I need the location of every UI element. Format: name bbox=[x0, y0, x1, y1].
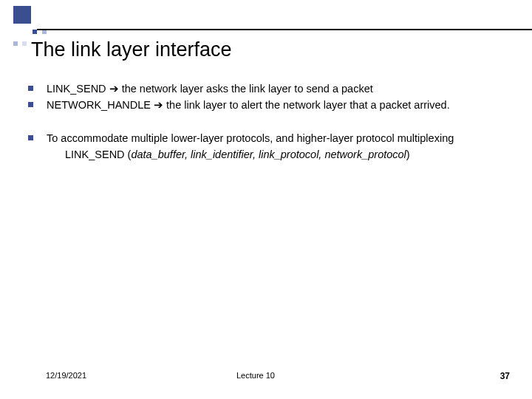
footer-page-number: 37 bbox=[500, 371, 510, 381]
bullet-item: LINK_SEND ➔ the network layer asks the l… bbox=[28, 81, 511, 96]
bullet-item: NETWORK_HANDLE ➔ the link layer to alert… bbox=[28, 98, 511, 112]
bullet-square-icon bbox=[28, 135, 33, 140]
slide-footer: 12/19/2021 Lecture 10 37 bbox=[0, 371, 532, 386]
deco-small-square bbox=[13, 41, 18, 46]
bullet-text: NETWORK_HANDLE ➔ the link layer to alert… bbox=[47, 98, 511, 112]
bullet-subline: LINK_SEND (data_buffer, link_identifier,… bbox=[65, 147, 511, 162]
bullet-text: To accommodate multiple lower-layer prot… bbox=[47, 131, 511, 163]
footer-date: 12/19/2021 bbox=[46, 371, 86, 380]
deco-small-square bbox=[22, 41, 27, 46]
bullet-text: LINK_SEND ➔ the network layer asks the l… bbox=[47, 81, 511, 96]
deco-big-square bbox=[13, 6, 31, 24]
slide-body: LINK_SEND ➔ the network layer asks the l… bbox=[28, 81, 511, 163]
bullet-square-icon bbox=[28, 86, 33, 91]
header-divider bbox=[37, 29, 532, 30]
slide-title: The link layer interface bbox=[31, 38, 232, 61]
footer-lecture: Lecture 10 bbox=[236, 371, 275, 380]
bullet-square-icon bbox=[28, 102, 33, 107]
bullet-item: To accommodate multiple lower-layer prot… bbox=[28, 131, 511, 163]
